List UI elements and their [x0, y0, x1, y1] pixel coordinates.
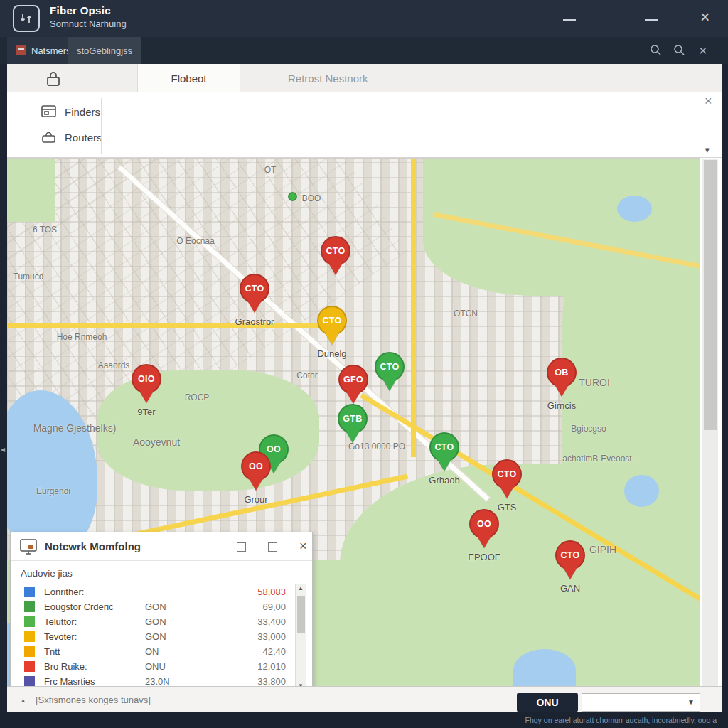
map-place-label: Aooyevnut: [133, 437, 180, 448]
map-pin-head: CTO: [317, 306, 347, 336]
list-item[interactable]: Teluttor: GON 33,400: [18, 614, 306, 629]
map-pin[interactable]: GFO: [338, 365, 368, 404]
dialog-close-button[interactable]: ×: [299, 539, 307, 554]
map-pin-head: CTO: [429, 432, 459, 462]
device-type: GON: [145, 631, 166, 642]
status-color-square: [24, 601, 35, 612]
map-place-label: 6 TOS: [33, 225, 57, 235]
device-value: 58,083: [257, 587, 286, 597]
device-value: 33,400: [257, 616, 286, 627]
map-pin-head: GFO: [338, 365, 368, 395]
map-pin[interactable]: CTO Graostror: [240, 274, 269, 313]
list-scroll-up-icon[interactable]: ▲: [298, 585, 304, 592]
map-pin-caption: Grhaob: [395, 475, 494, 486]
list-item[interactable]: Tntt ON 42,40: [18, 644, 306, 659]
map-pin[interactable]: OO EPOOF: [469, 509, 499, 548]
sidebar-item-routers[interactable]: Routers: [41, 131, 102, 144]
list-item[interactable]: Bro Ruike: ONU 12,010: [18, 659, 306, 674]
menu-tab-settings[interactable]: stoGeblingjss: [68, 37, 141, 64]
device-value: 42,40: [262, 646, 286, 657]
list-item[interactable]: Eonrither: 58,083: [18, 584, 306, 599]
map-place-label: Go13 0000 PO: [348, 441, 405, 451]
restore-button[interactable]: [645, 19, 658, 21]
device-name: Frc Masrties: [44, 676, 95, 687]
map-pin-tail: [500, 486, 514, 498]
tab-retrost-label: Retrost Nestnork: [288, 73, 368, 85]
map-pin-tail: [477, 536, 491, 548]
list-item[interactable]: Tevoter: GON 33,000: [18, 629, 306, 644]
dialog-title-bar: Notcwrk Momfolng ×: [11, 532, 312, 561]
map-pin[interactable]: CTO GAN: [555, 540, 585, 579]
dialog-minimize-button[interactable]: [237, 542, 246, 552]
collapse-up-icon[interactable]: ▴: [21, 696, 25, 704]
map-pin-tail: [382, 379, 397, 391]
map-pin-caption: Grour: [206, 494, 306, 505]
map-pin-tail: [249, 478, 263, 491]
window-icon: [41, 105, 56, 118]
map-pin[interactable]: GTB: [338, 404, 368, 443]
map-pin-tail: [139, 391, 154, 403]
search-icon[interactable]: [650, 44, 662, 56]
tab-retrost-nestnork[interactable]: Retrost Nestnork: [288, 64, 368, 92]
map-pan-left-icon[interactable]: ◂: [1, 444, 5, 454]
dialog-subtitle: Audovie jias: [21, 568, 73, 579]
list-scrollbar-thumb[interactable]: [297, 596, 305, 633]
map-pin-tail: [346, 431, 360, 443]
sidebar-item-finders[interactable]: Finders: [41, 105, 100, 118]
legend-row: OLT Rinterz Gotovsiatats CTO Online Onli…: [7, 92, 722, 158]
map-pin[interactable]: CTO Grhaob: [429, 432, 459, 471]
status-color-square: [24, 646, 35, 657]
minimize-button[interactable]: [563, 19, 576, 21]
close-button[interactable]: ×: [700, 9, 710, 26]
map-pin-head: OO: [241, 451, 271, 481]
pond: [617, 196, 652, 222]
map-pin[interactable]: CTO Dunelg: [317, 306, 347, 345]
map-place-label: GIPIH: [589, 544, 616, 555]
status-color-square: [24, 616, 35, 627]
park-area: [7, 159, 55, 222]
app-window: Fiber Opsic Somnuct Narhuing × Natsmers …: [0, 0, 728, 728]
lock-icon: [37, 68, 70, 90]
device-value: 12,010: [257, 661, 286, 672]
title-bar: Fiber Opsic Somnuct Narhuing ×: [0, 0, 728, 37]
search-icon-2[interactable]: [673, 44, 685, 56]
list-item[interactable]: Eougstor Crderic GON 69,00: [18, 599, 306, 614]
app-title-line1: Fiber Opsic: [50, 4, 127, 16]
map-pin[interactable]: OB Girncis: [547, 358, 577, 397]
map-pin[interactable]: OIO 9Ter: [132, 364, 161, 403]
router-icon: [41, 131, 56, 144]
divider: [101, 98, 102, 154]
map-pin[interactable]: OO Grour: [241, 451, 271, 491]
map-pin-caption: EPOOF: [434, 552, 534, 562]
small-green-dot-marker[interactable]: [288, 192, 297, 201]
map-pin-tail: [328, 263, 343, 275]
map-pin-head: CTO: [492, 459, 522, 489]
device-name: Teluttor:: [44, 616, 77, 627]
toolbar-close-icon[interactable]: ×: [699, 43, 707, 59]
map-pin[interactable]: CTO GTS: [492, 459, 522, 498]
list-scrollbar[interactable]: ▲ ▼: [295, 584, 306, 690]
map-pin[interactable]: CTO: [321, 236, 350, 275]
tab-flobeot[interactable]: Flobeot: [137, 64, 240, 92]
map-pin-head: GTB: [338, 404, 368, 434]
panel-close-icon[interactable]: ×: [705, 94, 712, 109]
map-place-label: Eurgendi: [36, 486, 70, 496]
pond: [513, 649, 576, 686]
map-pin-tail: [325, 333, 339, 345]
map-pin-head: CTO: [240, 274, 269, 304]
scrollbar-down-icon[interactable]: ▾: [705, 146, 710, 155]
map-pin[interactable]: CTO: [375, 352, 405, 391]
dialog-maximize-button[interactable]: [268, 542, 277, 552]
map-pin-head: OO: [469, 509, 499, 539]
map-place-label: O Eocnaa: [176, 236, 214, 246]
map-place-label: Aaaords: [98, 360, 130, 370]
map-pin-tail: [437, 459, 451, 471]
map-pin-tail: [346, 392, 360, 404]
map-place-label: BOO: [302, 193, 321, 203]
footer-text: Fhqy on earel aturatt chomurr aucath, in…: [525, 716, 717, 724]
status-dropdown[interactable]: ▼: [582, 693, 700, 712]
onu-button[interactable]: ONU: [517, 693, 578, 712]
routers-label: Routers: [65, 132, 102, 144]
vertical-scrollbar-thumb[interactable]: [704, 160, 717, 430]
map-place-label: achatimB-Eveoost: [562, 454, 631, 464]
